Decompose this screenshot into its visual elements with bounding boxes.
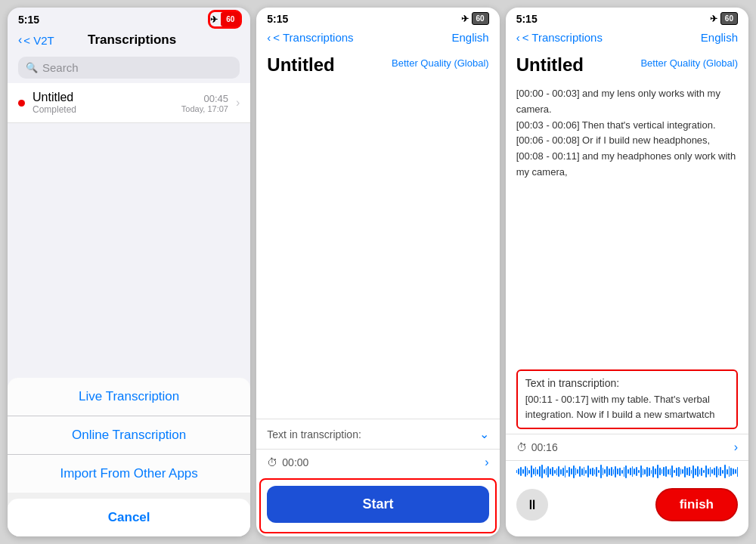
transcript-line-2: [00:06 - 00:08] Or if I build new headph… <box>516 133 738 149</box>
battery-3: 60 <box>720 12 738 25</box>
timer-icon-2: ⏱ <box>267 456 277 468</box>
timer-icon-3: ⏱ <box>516 441 527 453</box>
status-bar-3: 5:15 ✈ 60 <box>506 8 748 28</box>
tit-box-3: Text in transcription: [00:11 - 00:17] w… <box>516 369 738 429</box>
language-button-2[interactable]: English <box>451 31 488 44</box>
status-icons-1: ✈ 60 <box>210 12 240 26</box>
content-title-3: Untitled <box>516 54 584 76</box>
content-header-2: Untitled Better Quality (Global) <box>256 48 499 79</box>
transcription-area-3: [00:00 - 00:03] and my lens only works w… <box>506 79 748 365</box>
start-button-wrapper: Start <box>259 478 496 533</box>
list-item-untitled[interactable]: Untitled Completed 00:45 Today, 17:07 › <box>8 83 250 123</box>
finish-label: finish <box>680 497 714 512</box>
tit-section-2: Text in transcription: ⌄ <box>256 419 499 449</box>
timer-value-3: 00:16 <box>531 441 558 453</box>
timer-chevron-2: › <box>485 456 488 469</box>
tit-box-label-3: Text in transcription: <box>525 377 729 389</box>
tit-chevron-2: ⌄ <box>479 427 489 441</box>
nav-title-1: Transcriptions <box>88 32 176 48</box>
back-label-3: < Transcriptions <box>522 31 603 44</box>
battery-2: 60 <box>472 12 489 25</box>
item-title: Untitled <box>33 91 174 104</box>
screen-3: 5:15 ✈ 60 ‹ < Transcriptions English Unt… <box>506 8 748 536</box>
back-button-3[interactable]: ‹ < Transcriptions <box>516 31 603 44</box>
transcription-area-2 <box>256 79 499 419</box>
waveform <box>516 464 738 479</box>
search-bar-1[interactable]: 🔍 Search <box>18 57 240 79</box>
tit-box-content-3: [00:11 - 00:17] with my table. That's ve… <box>525 392 729 422</box>
timer-row-2: ⏱ 00:00 › <box>256 449 499 475</box>
nav-bar-3: ‹ < Transcriptions English <box>506 28 748 48</box>
playback-controls: ⏸ finish <box>506 482 748 536</box>
action-online-transcription[interactable]: Online Transcription <box>8 416 250 455</box>
status-time-1: 5:15 <box>18 14 39 26</box>
status-icons-2: ✈ 60 <box>461 12 489 25</box>
status-bar-1: 5:15 ✈ 60 <box>8 8 250 29</box>
search-container-1: 🔍 Search <box>8 52 250 83</box>
action-sheet: Live Transcription Online Transcription … <box>8 378 250 536</box>
quality-badge-2[interactable]: Better Quality (Global) <box>392 57 489 69</box>
item-date: Today, 17:07 <box>181 104 228 113</box>
quality-badge-3[interactable]: Better Quality (Global) <box>640 57 738 69</box>
screen-1: 5:15 ✈ 60 ‹ < V2T Transcriptions 🔍 Searc… <box>8 8 250 536</box>
content-header-3: Untitled Better Quality (Global) <box>506 48 748 79</box>
empty-space-1 <box>8 123 250 378</box>
language-button-3[interactable]: English <box>701 31 738 44</box>
search-icon-1: 🔍 <box>26 62 38 73</box>
tit-label-2: Text in transcription: <box>267 428 361 440</box>
item-subtitle: Completed <box>33 104 174 115</box>
list-chevron: › <box>236 96 240 110</box>
back-label-2: < Transcriptions <box>273 31 353 44</box>
back-button-1[interactable]: ‹ < V2T <box>18 33 54 47</box>
pause-icon: ⏸ <box>525 497 539 513</box>
status-time-3: 5:15 <box>516 13 538 25</box>
content-title-2: Untitled <box>267 54 334 76</box>
action-import[interactable]: Import From Other Apps <box>8 455 250 493</box>
status-bar-2: 5:15 ✈ 60 <box>256 8 499 28</box>
status-time-2: 5:15 <box>267 13 288 25</box>
timer-chevron-3: › <box>734 440 738 454</box>
pause-button[interactable]: ⏸ <box>516 489 548 521</box>
airplane-icon-2: ✈ <box>461 14 469 24</box>
nav-bar-1: ‹ < V2T Transcriptions <box>8 29 250 52</box>
start-button[interactable]: Start <box>267 486 488 523</box>
transcript-line-0: [00:00 - 00:03] and my lens only works w… <box>516 86 738 118</box>
item-duration: 00:45 <box>181 93 228 104</box>
screen-2: 5:15 ✈ 60 ‹ < Transcriptions English Unt… <box>256 8 499 536</box>
timer-row-3: ⏱ 00:16 › <box>506 434 748 460</box>
finish-button[interactable]: finish <box>655 488 738 521</box>
nav-bar-2: ‹ < Transcriptions English <box>256 28 499 48</box>
transcript-line-3: [00:08 - 00:11] and my headphones only w… <box>516 149 738 181</box>
action-live-transcription[interactable]: Live Transcription <box>8 378 250 416</box>
search-placeholder-1: Search <box>42 61 79 74</box>
waveform-container <box>506 460 748 482</box>
status-icons-3: ✈ 60 <box>710 12 738 25</box>
airplane-icon-1: ✈ <box>210 14 218 25</box>
battery-1: 60 <box>221 12 240 26</box>
transcript-line-1: [00:03 - 00:06] Then that's vertical int… <box>516 118 738 134</box>
back-button-2[interactable]: ‹ < Transcriptions <box>267 31 353 44</box>
airplane-icon-3: ✈ <box>710 14 717 24</box>
timer-value-2: 00:00 <box>282 456 308 468</box>
action-cancel[interactable]: Cancel <box>8 499 250 536</box>
back-label-1: < V2T <box>23 34 54 47</box>
red-dot-indicator <box>18 100 25 107</box>
